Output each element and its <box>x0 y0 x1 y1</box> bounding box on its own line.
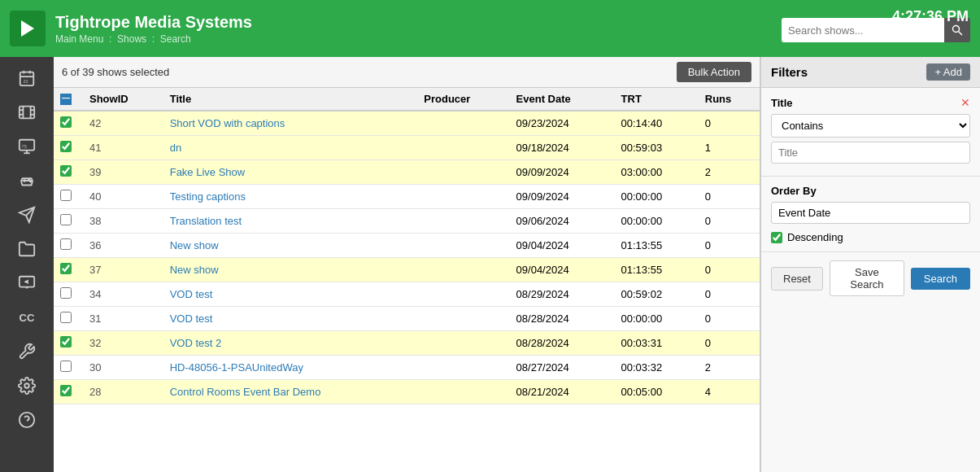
row-event-date: 09/09/2024 <box>510 160 615 185</box>
row-runs: 0 <box>699 282 760 307</box>
deselect-all-checkbox[interactable] <box>60 94 72 105</box>
row-runs: 0 <box>699 234 760 258</box>
descending-checkbox[interactable] <box>771 232 782 243</box>
row-checkbox[interactable] <box>60 141 72 152</box>
row-title[interactable]: Short VOD with captions <box>163 111 418 136</box>
filters-title: Filters <box>771 65 808 79</box>
save-search-button[interactable]: Save Search <box>830 260 904 296</box>
row-trt: 01:13:55 <box>615 258 699 282</box>
sidebar-item-calendar[interactable]: 22 <box>7 62 47 94</box>
row-runs: 2 <box>699 160 760 185</box>
row-checkbox[interactable] <box>60 361 72 372</box>
row-event-date: 08/21/2024 <box>510 380 615 404</box>
row-title-link[interactable]: VOD test <box>170 288 213 300</box>
row-producer <box>417 356 509 380</box>
row-checkbox[interactable] <box>60 214 72 225</box>
row-runs: 0 <box>699 258 760 282</box>
row-checkbox-cell[interactable] <box>54 380 83 404</box>
row-title[interactable]: Fake Live Show <box>163 160 418 185</box>
row-checkbox-cell[interactable] <box>54 209 83 234</box>
row-event-date: 08/28/2024 <box>510 307 615 331</box>
row-checkbox[interactable] <box>60 287 72 299</box>
order-by-input[interactable] <box>771 202 970 224</box>
row-checkbox-cell[interactable] <box>54 307 83 331</box>
row-checkbox-cell[interactable] <box>54 185 83 209</box>
row-checkbox-cell[interactable] <box>54 258 83 282</box>
row-checkbox-cell[interactable] <box>54 160 83 185</box>
table-scroll[interactable]: ShowID Title Producer Event Date TRT Run… <box>54 88 760 472</box>
row-showid: 36 <box>83 234 163 258</box>
table-row: 30 HD-48056-1-PSAUnitedWay 08/27/2024 00… <box>54 356 760 380</box>
row-title-link[interactable]: dn <box>170 142 181 154</box>
row-title[interactable]: New show <box>163 234 418 258</box>
sidebar-item-settings[interactable] <box>7 369 47 402</box>
title-filter-remove[interactable]: ✕ <box>960 96 970 109</box>
row-checkbox-cell[interactable] <box>54 234 83 258</box>
row-title[interactable]: New show <box>163 258 418 282</box>
search-button[interactable]: Search <box>911 268 970 290</box>
sidebar-item-folder[interactable] <box>7 233 47 265</box>
sidebar-item-display[interactable]: 75 <box>7 130 47 163</box>
sidebar-item-film[interactable] <box>7 96 47 129</box>
row-title-link[interactable]: VOD test <box>170 312 213 325</box>
row-title-link[interactable]: Short VOD with captions <box>170 117 285 129</box>
breadcrumb-shows[interactable]: Shows <box>117 33 146 45</box>
title-filter-input[interactable] <box>771 142 970 164</box>
row-checkbox[interactable] <box>60 165 72 177</box>
main-area: 6 of 39 shows selected Bulk Action ShowI… <box>54 57 980 472</box>
row-checkbox-cell[interactable] <box>54 111 83 136</box>
row-title[interactable]: VOD test 2 <box>163 331 418 356</box>
row-title-link[interactable]: HD-48056-1-PSAUnitedWay <box>170 361 303 374</box>
sidebar-item-monitor[interactable] <box>7 267 47 299</box>
row-title-link[interactable]: New show <box>170 264 219 276</box>
row-title-link[interactable]: New show <box>170 239 219 251</box>
reset-button[interactable]: Reset <box>771 267 823 291</box>
col-checkbox <box>54 88 83 111</box>
sidebar-item-cc[interactable]: CC <box>7 301 47 334</box>
title-filter-operator[interactable]: Contains Equals Starts With <box>771 114 970 138</box>
row-checkbox[interactable] <box>60 312 72 323</box>
row-runs: 1 <box>699 136 760 160</box>
row-title-link[interactable]: Control Rooms Event Bar Demo <box>170 386 321 398</box>
row-title-link[interactable]: VOD test 2 <box>170 337 222 349</box>
sidebar-item-send[interactable] <box>7 199 47 231</box>
row-title[interactable]: VOD test <box>163 307 418 331</box>
add-filter-button[interactable]: + Add <box>926 63 970 81</box>
row-event-date: 09/06/2024 <box>510 209 615 234</box>
row-checkbox[interactable] <box>60 116 72 128</box>
row-title-link[interactable]: Translation test <box>170 215 242 227</box>
col-title: Title <box>163 88 418 111</box>
row-checkbox[interactable] <box>60 238 72 250</box>
row-checkbox[interactable] <box>60 263 72 274</box>
bulk-action-button[interactable]: Bulk Action <box>677 62 751 82</box>
header-right: 4:27:36 PM <box>782 15 970 42</box>
row-title[interactable]: Testing captions <box>163 185 418 209</box>
title-filter-section: Title ✕ Contains Equals Starts With <box>761 88 980 177</box>
row-title[interactable]: Translation test <box>163 209 418 234</box>
row-checkbox-cell[interactable] <box>54 136 83 160</box>
breadcrumb: Main Menu : Shows : Search <box>55 33 782 45</box>
row-producer <box>417 160 509 185</box>
row-checkbox[interactable] <box>60 385 72 396</box>
sidebar-item-wrench[interactable] <box>7 335 47 368</box>
row-checkbox-cell[interactable] <box>54 331 83 356</box>
descending-row: Descending <box>771 231 970 243</box>
row-checkbox[interactable] <box>60 336 72 347</box>
row-checkbox-cell[interactable] <box>54 282 83 307</box>
sidebar-item-help[interactable] <box>7 404 47 436</box>
table-header-bar: 6 of 39 shows selected Bulk Action <box>54 57 760 88</box>
row-showid: 39 <box>83 160 163 185</box>
row-title-link[interactable]: Testing captions <box>170 190 246 203</box>
row-title[interactable]: HD-48056-1-PSAUnitedWay <box>163 356 418 380</box>
svg-text:75: 75 <box>22 144 27 149</box>
row-checkbox[interactable] <box>60 190 72 201</box>
row-title-link[interactable]: Fake Live Show <box>170 166 246 178</box>
sidebar-item-gamepad[interactable] <box>7 164 47 197</box>
row-trt: 03:00:00 <box>615 160 699 185</box>
row-title[interactable]: Control Rooms Event Bar Demo <box>163 380 418 404</box>
clock: 4:27:36 PM <box>892 8 969 25</box>
row-title[interactable]: VOD test <box>163 282 418 307</box>
row-title[interactable]: dn <box>163 136 418 160</box>
breadcrumb-main[interactable]: Main Menu <box>55 33 103 45</box>
row-checkbox-cell[interactable] <box>54 356 83 380</box>
